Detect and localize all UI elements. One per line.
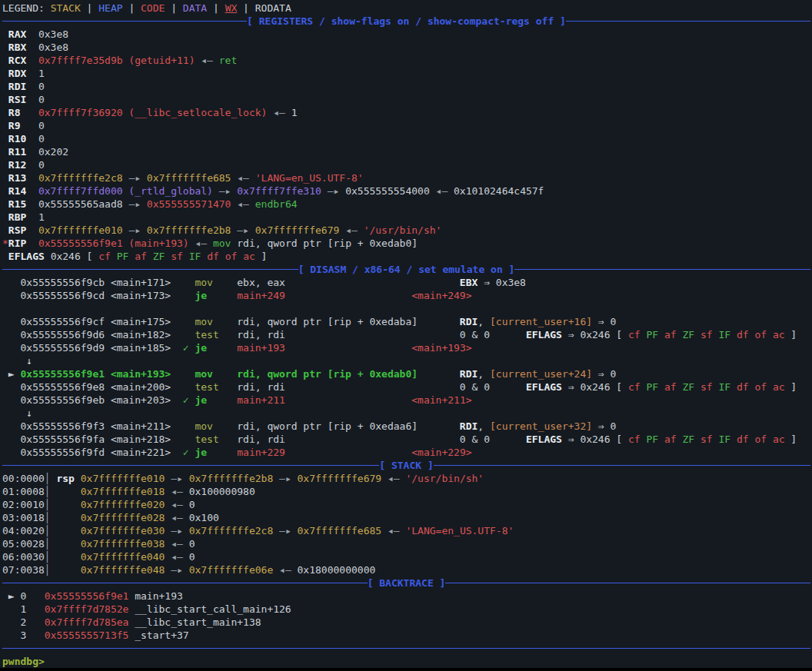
text-segment: 0x202	[38, 146, 68, 158]
terminal-line: R9 0	[2, 119, 812, 132]
prompt-label[interactable]: pwndbg>	[2, 656, 45, 667]
text-segment: EFLAGS	[526, 381, 562, 393]
text-segment: IF	[718, 381, 736, 393]
text-segment: 0x55555556f9eb <main+203>	[2, 394, 183, 406]
text-segment: 'LANG=en_US.UTF-8'	[255, 172, 364, 184]
text-segment: ,	[478, 316, 490, 327]
terminal-line: R10 0	[2, 132, 812, 145]
text-segment: *	[2, 238, 8, 249]
text-segment: EFLAGS	[2, 251, 51, 262]
text-segment: 1	[38, 211, 45, 223]
terminal-line: R11 0x202	[2, 145, 812, 158]
text-segment: main+211	[237, 394, 285, 406]
terminal-line: 3 0x5555555713f5 _start+37	[2, 629, 812, 642]
text-segment: df	[737, 433, 754, 445]
text-segment: LEGEND:	[2, 2, 51, 14]
text-segment: ►	[2, 368, 20, 380]
terminal-line: 0x55555556f9fd <main+221> ✓ je main+229 …	[2, 446, 812, 459]
text-segment: 0x3e8	[38, 28, 68, 40]
text-segment: endbr64	[255, 198, 298, 210]
text-segment: main+249	[237, 290, 285, 301]
text-segment: ⇒ 0x246 [	[562, 381, 628, 393]
terminal-line: 07:0038│ 0x7fffffffe048 —▸ 0x7fffffffe06…	[2, 563, 812, 576]
text-segment: 0x55555556f9fa <main+218>	[2, 433, 195, 445]
text-segment: ac	[773, 433, 790, 445]
terminal-line: ↓	[2, 354, 812, 367]
text-segment: 0	[38, 133, 45, 144]
text-segment: ◂—	[237, 198, 255, 210]
terminal-line: R13 0x7fffffffe2c8 —▸ 0x7fffffffe685 ◂— …	[2, 171, 812, 184]
text-segment: PF	[646, 381, 664, 393]
text-segment: 0x5555555713f5	[45, 629, 129, 641]
text-segment: ret	[219, 55, 237, 66]
pwndbg-terminal[interactable]: LEGEND: STACK | HEAP | CODE | DATA | WX …	[0, 0, 812, 668]
text-segment: IF	[189, 251, 207, 262]
text-segment: 0x7fffffffe018	[81, 486, 171, 497]
text-segment: <main+249>	[411, 290, 471, 301]
text-segment: 0	[38, 120, 45, 131]
text-segment: rsp	[56, 473, 74, 484]
text-segment: 0x100000980	[189, 486, 255, 497]
text-segment: _start+37	[128, 629, 188, 641]
text-segment: 0x55555556f9cb <main+171>	[2, 277, 195, 288]
text-segment: af	[664, 433, 682, 445]
terminal-line: 0x55555556f9fa <main+218> test rdi, rdi …	[2, 433, 812, 446]
terminal-line: 03:0018│ 0x7fffffffe028 ◂— 0x100	[2, 511, 812, 524]
text-segment: RCX	[2, 55, 38, 66]
text-segment: EFLAGS	[526, 433, 562, 445]
text-segment: rdi, rdi	[219, 381, 285, 393]
text-segment: ◂—	[171, 486, 188, 497]
terminal-line: ↓	[2, 407, 812, 420]
text-segment: ZF	[682, 381, 700, 393]
text-segment: RBX	[2, 42, 38, 53]
text-segment: <main+211>	[411, 394, 471, 406]
text-segment: │	[45, 564, 81, 576]
text-segment: 03:0018	[2, 512, 45, 523]
text-segment: 07:0038	[2, 564, 45, 576]
text-segment: <main+193>	[411, 342, 471, 354]
text-segment: HEAP	[98, 2, 122, 14]
text-segment: STACK	[51, 2, 81, 14]
text-segment: 'LANG=en_US.UTF-8'	[405, 525, 514, 536]
text-segment: ◂—	[171, 499, 188, 510]
text-segment: 04:0020	[2, 525, 45, 536]
text-segment: 0x3e8	[38, 42, 68, 53]
text-segment: 0 & 0	[460, 433, 526, 445]
text-segment: ↓	[2, 407, 32, 419]
text-segment: 0	[189, 551, 195, 563]
text-segment: EFLAGS	[526, 329, 562, 340]
text-segment: —▸	[237, 224, 255, 236]
text-segment: |	[81, 2, 98, 14]
text-segment	[418, 316, 460, 327]
text-segment: 0x100	[189, 512, 219, 523]
text-segment: RDI	[460, 316, 478, 327]
text-segment: [current_user+16]	[490, 316, 592, 327]
text-segment: PF	[646, 433, 664, 445]
terminal-line: RSI 0	[2, 93, 812, 106]
text-segment: RDI	[460, 368, 478, 380]
text-segment: 0x7fffffffe038	[81, 538, 171, 550]
text-segment	[207, 394, 237, 406]
text-segment: df	[207, 251, 225, 262]
text-segment	[207, 342, 237, 354]
text-segment: 0x18000000000	[298, 564, 376, 576]
section-divider-registers: [ REGISTERS / show-flags on / show-compa…	[2, 15, 810, 28]
text-segment: R10	[2, 133, 38, 144]
text-segment: 0	[38, 94, 45, 105]
text-segment: main+193	[128, 590, 182, 602]
terminal-line: R8 0x7ffff7f36920 (__libc_setlocale_lock…	[2, 106, 812, 119]
text-segment: 0	[189, 499, 195, 510]
prompt-line[interactable]: pwndbg>	[2, 655, 812, 668]
terminal-line: 0x55555556f9d6 <main+182> test rdi, rdi …	[2, 328, 812, 341]
text-segment: ◂—	[171, 512, 188, 523]
text-segment	[75, 473, 81, 484]
text-segment: cf	[628, 381, 646, 393]
text-segment	[418, 420, 460, 432]
text-segment: sf	[701, 433, 718, 445]
text-segment: cf	[628, 329, 646, 340]
text-segment: main+193	[237, 342, 285, 354]
text-segment: RDX	[2, 68, 38, 79]
text-segment	[207, 290, 237, 301]
text-segment: mov	[195, 316, 212, 327]
text-segment: —▸	[171, 525, 188, 536]
